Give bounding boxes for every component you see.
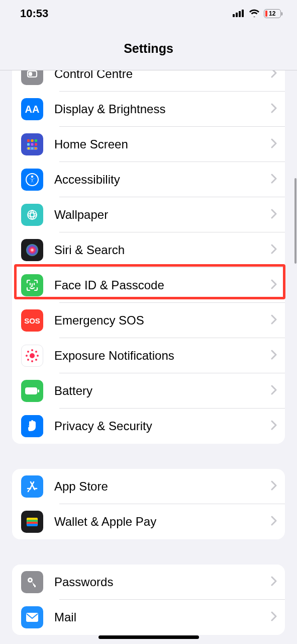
chevron-right-icon bbox=[271, 314, 277, 327]
row-label: Privacy & Security bbox=[54, 419, 271, 433]
battery-icon: 12 bbox=[264, 9, 281, 18]
chevron-right-icon bbox=[271, 385, 277, 397]
svg-rect-5 bbox=[29, 72, 32, 75]
accessibility-icon bbox=[21, 169, 43, 191]
row-exposure-notifications[interactable]: Exposure Notifications bbox=[12, 338, 285, 373]
row-home-screen[interactable]: Home Screen bbox=[12, 127, 285, 162]
row-wallet-apple-pay[interactable]: Wallet & Apple Pay bbox=[12, 504, 285, 539]
row-passwords[interactable]: Passwords bbox=[12, 565, 285, 600]
settings-group-accounts: Passwords Mail bbox=[12, 565, 285, 635]
svg-rect-3 bbox=[242, 10, 244, 17]
svg-rect-13 bbox=[28, 147, 30, 149]
svg-rect-11 bbox=[35, 143, 37, 146]
mail-icon bbox=[21, 606, 43, 628]
svg-point-28 bbox=[27, 351, 29, 353]
svg-point-29 bbox=[35, 351, 37, 353]
row-label: Passwords bbox=[54, 575, 271, 589]
sos-icon: SOS bbox=[21, 309, 43, 332]
row-control-centre[interactable]: Control Centre bbox=[12, 70, 285, 92]
chevron-right-icon bbox=[271, 350, 277, 362]
svg-rect-8 bbox=[35, 139, 37, 142]
row-label: Accessibility bbox=[54, 173, 271, 187]
row-accessibility[interactable]: Accessibility bbox=[12, 162, 285, 197]
svg-point-43 bbox=[29, 579, 31, 581]
row-label: Wallet & Apple Pay bbox=[54, 515, 271, 529]
chevron-right-icon bbox=[271, 138, 277, 150]
row-mail[interactable]: Mail bbox=[12, 600, 285, 635]
control-centre-icon bbox=[21, 70, 43, 85]
display-icon: AA bbox=[21, 98, 43, 120]
settings-group-general: Control Centre AA Display & Brightness bbox=[12, 70, 285, 444]
status-time: 10:53 bbox=[20, 7, 48, 20]
svg-rect-9 bbox=[27, 143, 30, 146]
row-label: Exposure Notifications bbox=[54, 349, 271, 363]
privacy-icon: ✋ bbox=[21, 415, 43, 437]
page-title: Settings bbox=[124, 41, 173, 56]
battery-percentage: 12 bbox=[269, 10, 275, 17]
row-label: Battery bbox=[54, 384, 271, 398]
chevron-right-icon bbox=[271, 244, 277, 256]
svg-rect-32 bbox=[25, 387, 37, 394]
row-label: Display & Brightness bbox=[54, 102, 271, 116]
svg-point-17 bbox=[31, 176, 34, 178]
row-label: Emergency SOS bbox=[54, 313, 271, 328]
chevron-right-icon bbox=[271, 420, 277, 432]
row-wallpaper[interactable]: Wallpaper bbox=[12, 197, 285, 232]
row-label: Siri & Search bbox=[54, 243, 271, 257]
svg-rect-33 bbox=[38, 389, 39, 392]
chevron-right-icon bbox=[271, 516, 277, 528]
svg-point-23 bbox=[30, 353, 35, 358]
svg-point-25 bbox=[31, 360, 33, 362]
settings-group-store: App Store Wallet & Apple Pay bbox=[12, 469, 285, 539]
chevron-right-icon bbox=[271, 70, 277, 80]
row-emergency-sos[interactable]: SOS Emergency SOS bbox=[12, 303, 285, 338]
status-right: 12 bbox=[233, 7, 281, 20]
svg-point-27 bbox=[37, 355, 39, 357]
row-display-brightness[interactable]: AA Display & Brightness bbox=[12, 92, 285, 127]
row-label: Face ID & Passcode bbox=[54, 278, 271, 292]
wifi-icon bbox=[249, 7, 260, 20]
status-bar: 10:53 12 bbox=[0, 0, 297, 27]
svg-rect-1 bbox=[236, 13, 238, 17]
chevron-right-icon bbox=[271, 480, 277, 493]
svg-rect-15 bbox=[35, 147, 37, 149]
svg-rect-41 bbox=[27, 524, 38, 526]
header: Settings bbox=[0, 27, 297, 70]
row-battery[interactable]: Battery bbox=[12, 373, 285, 409]
chevron-right-icon bbox=[271, 576, 277, 588]
exposure-icon bbox=[21, 345, 43, 367]
row-label: Home Screen bbox=[54, 137, 271, 151]
battery-row-icon bbox=[21, 380, 43, 402]
chevron-right-icon bbox=[271, 279, 277, 291]
wallpaper-icon bbox=[21, 204, 43, 226]
chevron-right-icon bbox=[271, 174, 277, 186]
svg-point-24 bbox=[31, 349, 33, 351]
svg-rect-6 bbox=[27, 139, 30, 142]
svg-point-30 bbox=[27, 359, 29, 361]
svg-point-26 bbox=[26, 355, 28, 357]
row-siri-search[interactable]: Siri & Search bbox=[12, 232, 285, 268]
row-face-id-passcode[interactable]: Face ID & Passcode bbox=[12, 268, 285, 303]
app-store-icon bbox=[21, 475, 43, 498]
chevron-right-icon bbox=[271, 103, 277, 115]
row-privacy-security[interactable]: ✋ Privacy & Security bbox=[12, 409, 285, 444]
home-indicator[interactable] bbox=[98, 635, 199, 639]
svg-rect-0 bbox=[233, 14, 235, 17]
svg-rect-44 bbox=[26, 613, 38, 622]
chevron-right-icon bbox=[271, 209, 277, 221]
svg-point-31 bbox=[35, 359, 37, 361]
row-label: Control Centre bbox=[54, 70, 271, 81]
row-label: Wallpaper bbox=[54, 208, 271, 222]
face-id-icon bbox=[21, 274, 43, 296]
svg-rect-10 bbox=[31, 143, 34, 146]
row-label: App Store bbox=[54, 479, 271, 494]
svg-rect-14 bbox=[31, 147, 33, 149]
wallet-icon bbox=[21, 511, 43, 533]
scroll-indicator[interactable] bbox=[294, 178, 296, 264]
siri-icon bbox=[21, 239, 43, 261]
row-app-store[interactable]: App Store bbox=[12, 469, 285, 504]
svg-point-20 bbox=[26, 244, 38, 256]
chevron-right-icon bbox=[271, 611, 277, 623]
cellular-icon bbox=[233, 7, 245, 20]
svg-rect-7 bbox=[31, 139, 34, 142]
